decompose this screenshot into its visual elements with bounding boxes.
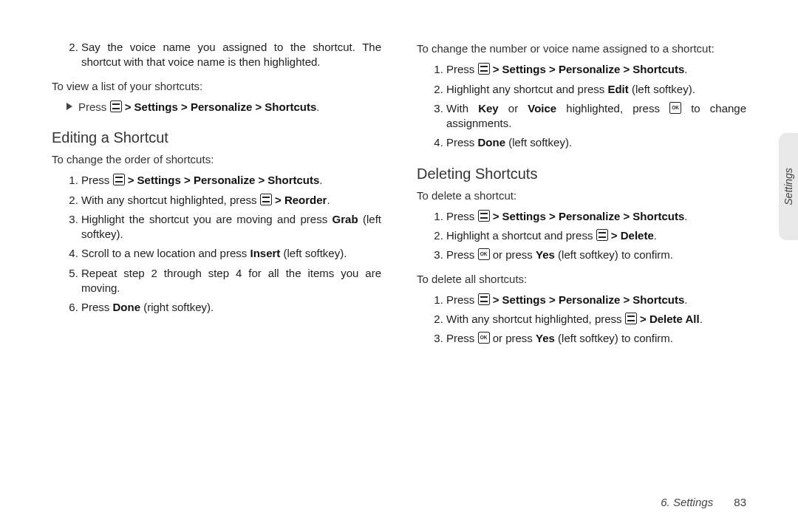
triangle-bullet-icon bbox=[66, 103, 72, 110]
text: Press bbox=[78, 100, 110, 113]
delete-all-bold: > Delete All bbox=[640, 313, 700, 325]
text: Highlight a shortcut and press bbox=[446, 229, 596, 242]
menu-path: > Settings > Personalize > Shortcuts bbox=[493, 293, 685, 306]
text: Press bbox=[446, 248, 478, 261]
list-item: Press Done (left softkey). bbox=[446, 135, 746, 150]
menu-path: > Settings > Personalize > Shortcuts bbox=[493, 210, 685, 222]
text: Scroll to a new location and press bbox=[81, 247, 250, 259]
text: . bbox=[316, 100, 319, 113]
text: . bbox=[684, 293, 687, 306]
text: (left softkey) to confirm. bbox=[558, 248, 673, 261]
footer-section-label: 6. Settings bbox=[661, 496, 713, 508]
list-item: Press or press Yes (left softkey) to con… bbox=[446, 248, 746, 262]
text: . bbox=[684, 210, 687, 222]
grab-bold: Grab bbox=[332, 213, 358, 225]
text: . bbox=[700, 313, 703, 325]
heading-editing-shortcut: Editing a Shortcut bbox=[52, 128, 381, 148]
done-bold: Done bbox=[478, 136, 506, 149]
text: or bbox=[508, 102, 528, 115]
menu-key-icon bbox=[478, 210, 490, 222]
heading-deleting-shortcuts: Deleting Shortcuts bbox=[417, 164, 746, 184]
text: With bbox=[446, 102, 478, 115]
right-column: To change the number or voice name assig… bbox=[417, 37, 746, 355]
text: (left softkey) to confirm. bbox=[558, 332, 673, 344]
ok-key-icon bbox=[478, 332, 490, 344]
delete-all-lead: To delete all shortcuts: bbox=[417, 272, 746, 287]
list-item: Press > Settings > Personalize > Shortcu… bbox=[446, 293, 746, 307]
ok-key-icon bbox=[478, 248, 490, 260]
two-column-layout: Say the voice name you assigned to the s… bbox=[52, 37, 746, 355]
list-item: With any shortcut highlighted, press > R… bbox=[81, 193, 381, 208]
delete-bold: > Delete bbox=[611, 229, 654, 242]
text: With any shortcut highlighted, press bbox=[446, 313, 625, 325]
text: Press bbox=[446, 136, 478, 149]
list-item: Repeat step 2 through step 4 for all the… bbox=[81, 266, 381, 296]
edit-bold: Edit bbox=[607, 83, 628, 95]
text: Highlight any shortcut and press bbox=[446, 83, 607, 95]
list-item: Press > Settings > Personalize > Shortcu… bbox=[81, 173, 381, 188]
list-item: Press > Settings > Personalize > Shortcu… bbox=[446, 209, 746, 224]
yes-bold: Yes bbox=[536, 332, 555, 344]
menu-path: > Settings > Personalize > Shortcuts bbox=[125, 100, 317, 113]
text: (right softkey). bbox=[143, 301, 214, 313]
text: Press bbox=[446, 210, 478, 222]
list-item: Scroll to a new location and press Inser… bbox=[81, 246, 381, 261]
menu-path: > Settings > Personalize > Shortcuts bbox=[493, 63, 685, 75]
key-bold: Key bbox=[478, 102, 499, 115]
voice-bold: Voice bbox=[528, 102, 556, 115]
menu-key-icon bbox=[596, 229, 608, 241]
bullet-press-path: Press > Settings > Personalize > Shortcu… bbox=[66, 100, 381, 115]
list-item: Highlight a shortcut and press > Delete. bbox=[446, 228, 746, 243]
text: . bbox=[684, 63, 687, 75]
delete-one-steps: Press > Settings > Personalize > Shortcu… bbox=[417, 209, 746, 263]
done-bold: Done bbox=[113, 301, 141, 313]
menu-key-icon bbox=[478, 63, 490, 75]
list-item: Highlight any shortcut and press Edit (l… bbox=[446, 82, 746, 97]
text: (left softkey). bbox=[632, 83, 695, 95]
menu-key-icon bbox=[260, 194, 272, 205]
page-footer: 6. Settings 83 bbox=[661, 495, 746, 510]
insert-bold: Insert bbox=[250, 247, 280, 259]
change-order-lead: To change the order of shortcuts: bbox=[52, 152, 381, 167]
text: Press bbox=[446, 63, 478, 75]
text: Highlight the shortcut you are moving an… bbox=[81, 213, 332, 225]
side-tab-label: Settings bbox=[782, 168, 796, 205]
menu-key-icon bbox=[113, 174, 125, 185]
ok-key-icon bbox=[669, 102, 681, 114]
left-column: Say the voice name you assigned to the s… bbox=[52, 37, 381, 355]
side-section-tab: Settings bbox=[779, 133, 798, 240]
change-order-steps: Press > Settings > Personalize > Shortcu… bbox=[52, 173, 381, 315]
text: Press bbox=[446, 293, 478, 306]
list-item: Say the voice name you assigned to the s… bbox=[81, 40, 381, 70]
text: . bbox=[319, 174, 322, 186]
menu-key-icon bbox=[625, 313, 637, 324]
manual-page: Say the voice name you assigned to the s… bbox=[0, 0, 798, 532]
delete-one-lead: To delete a shortcut: bbox=[417, 188, 746, 203]
text: or press bbox=[493, 248, 536, 261]
list-item: With any shortcut highlighted, press > D… bbox=[446, 312, 746, 327]
text: or press bbox=[493, 332, 536, 344]
change-number-lead: To change the number or voice name assig… bbox=[417, 41, 746, 56]
list-item: Highlight the shortcut you are moving an… bbox=[81, 212, 381, 242]
text: With any shortcut highlighted, press bbox=[81, 194, 260, 206]
menu-key-icon bbox=[478, 293, 490, 305]
page-number: 83 bbox=[734, 496, 746, 508]
text: Press bbox=[81, 174, 113, 186]
text: highlighted, press bbox=[566, 102, 669, 115]
text: Press bbox=[446, 332, 478, 344]
delete-all-steps: Press > Settings > Personalize > Shortcu… bbox=[417, 293, 746, 347]
list-item: With Key or Voice highlighted, press to … bbox=[446, 101, 746, 132]
text: (left softkey). bbox=[508, 136, 572, 149]
yes-bold: Yes bbox=[536, 248, 555, 261]
list-item: Press > Settings > Personalize > Shortcu… bbox=[446, 62, 746, 77]
text: . bbox=[654, 229, 657, 242]
text: (left softkey). bbox=[284, 247, 347, 259]
bullet-text: Press > Settings > Personalize > Shortcu… bbox=[78, 100, 320, 115]
menu-path: > Settings > Personalize > Shortcuts bbox=[128, 174, 320, 186]
continued-list: Say the voice name you assigned to the s… bbox=[52, 40, 381, 70]
list-item: Press or press Yes (left softkey) to con… bbox=[446, 331, 746, 346]
reorder-bold: > Reorder bbox=[275, 194, 327, 206]
text: Press bbox=[81, 301, 113, 313]
text: . bbox=[327, 194, 330, 206]
list-item: Press Done (right softkey). bbox=[81, 300, 381, 315]
